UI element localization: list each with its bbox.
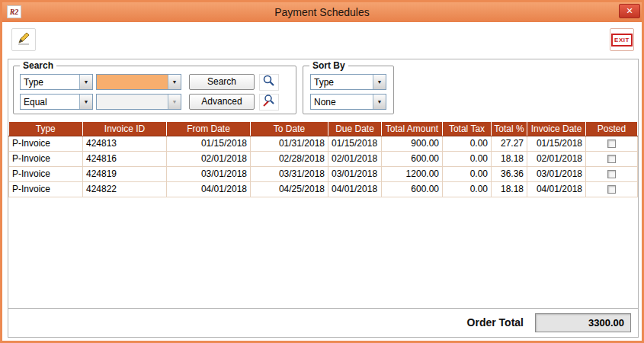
search-value-text <box>97 75 168 89</box>
cell-total-percent: 18.18 <box>492 181 527 197</box>
advanced-find-button[interactable] <box>259 94 279 111</box>
posted-checkbox[interactable] <box>607 155 616 163</box>
dropdown-arrow-icon: ▼ <box>79 75 92 89</box>
dropdown-arrow-icon: ▼ <box>373 95 386 109</box>
sortby-legend: Sort By <box>309 60 348 71</box>
table-row[interactable]: P-Invoice 424819 03/01/2018 03/31/2018 0… <box>9 166 638 181</box>
col-header-total-amount: Total Amount <box>382 122 443 136</box>
cell-due-date: 02/01/2018 <box>328 151 382 166</box>
advanced-button[interactable]: Advanced <box>189 94 255 110</box>
exit-icon: EXIT <box>611 34 633 46</box>
edit-button[interactable] <box>11 28 36 51</box>
cell-total-amount: 900.00 <box>382 136 443 151</box>
table-row[interactable]: P-Invoice 424816 02/01/2018 02/28/2018 0… <box>9 151 638 166</box>
posted-checkbox[interactable] <box>607 185 616 194</box>
dropdown-arrow-icon: ▼ <box>168 75 181 89</box>
posted-checkbox[interactable] <box>607 170 616 178</box>
col-header-invoice-date: Invoice Date <box>527 122 586 136</box>
search-legend: Search <box>20 60 56 71</box>
cell-posted <box>586 166 638 181</box>
col-header-due-date: Due Date <box>328 122 382 136</box>
pencil-icon <box>16 30 31 49</box>
cell-total-percent: 36.36 <box>492 166 527 181</box>
exit-button[interactable]: EXIT <box>610 28 634 51</box>
search-operator-value-text <box>97 95 168 109</box>
search-field-value: Type <box>21 75 79 89</box>
cell-type: P-Invoice <box>9 136 83 151</box>
cell-total-amount: 600.00 <box>382 151 443 166</box>
titlebar: R2 Payment Schedules ✕ <box>2 2 642 22</box>
cell-due-date: 01/15/2018 <box>328 136 382 151</box>
cell-invoice-id: 424813 <box>83 136 167 151</box>
footer: Order Total 3300.00 <box>8 308 638 337</box>
cell-posted <box>586 181 638 197</box>
cell-to-date: 02/28/2018 <box>251 151 328 166</box>
sortby-primary-value: Type <box>311 75 373 89</box>
payment-schedule-table: Type Invoice ID From Date To Date Due Da… <box>8 122 638 197</box>
find-button[interactable] <box>259 74 279 91</box>
cell-total-percent: 18.18 <box>492 151 527 166</box>
table-row[interactable]: P-Invoice 424822 04/01/2018 04/25/2018 0… <box>9 181 638 197</box>
cell-total-tax: 0.00 <box>443 151 492 166</box>
cell-from-date: 04/01/2018 <box>167 181 251 197</box>
magnifier-icon <box>262 74 276 91</box>
cell-from-date: 01/15/2018 <box>167 136 251 151</box>
window-title: Payment Schedules <box>2 2 642 22</box>
sortby-secondary-select[interactable]: None ▼ <box>310 94 386 110</box>
cell-total-percent: 27.27 <box>492 136 527 151</box>
sortby-groupbox: Sort By Type ▼ None ▼ <box>303 66 394 114</box>
cell-invoice-date: 03/01/2018 <box>527 166 586 181</box>
order-total-value: 3300.00 <box>535 313 631 332</box>
col-header-to-date: To Date <box>251 122 328 136</box>
order-total-label: Order Total <box>467 316 524 329</box>
col-header-invoice-id: Invoice ID <box>83 122 167 136</box>
payment-schedules-window: R2 Payment Schedules ✕ EXIT Search T <box>0 0 644 343</box>
col-header-posted: Posted <box>586 122 638 136</box>
cell-invoice-date: 02/01/2018 <box>527 151 586 166</box>
cell-to-date: 01/31/2018 <box>251 136 328 151</box>
close-icon: ✕ <box>626 6 633 15</box>
toolbar: EXIT <box>2 22 642 59</box>
cell-invoice-id: 424816 <box>83 151 167 166</box>
search-operator-select[interactable]: Equal ▼ <box>20 94 93 110</box>
table-header-row: Type Invoice ID From Date To Date Due Da… <box>9 122 638 136</box>
sortby-secondary-value: None <box>311 95 373 109</box>
search-button[interactable]: Search <box>189 74 255 90</box>
sortby-primary-select[interactable]: Type ▼ <box>310 74 386 90</box>
cell-type: P-Invoice <box>9 181 83 197</box>
cell-type: P-Invoice <box>9 166 83 181</box>
cell-from-date: 02/01/2018 <box>167 151 251 166</box>
cell-from-date: 03/01/2018 <box>167 166 251 181</box>
cell-total-tax: 0.00 <box>443 136 492 151</box>
cell-invoice-date: 04/01/2018 <box>527 181 586 197</box>
search-value-input[interactable]: ▼ <box>96 74 181 90</box>
cell-invoice-id: 424819 <box>83 166 167 181</box>
cell-total-tax: 0.00 <box>443 181 492 197</box>
cell-total-tax: 0.00 <box>443 166 492 181</box>
search-operator-value: Equal <box>21 95 79 109</box>
cell-invoice-id: 424822 <box>83 181 167 197</box>
search-field-select[interactable]: Type ▼ <box>20 74 93 90</box>
col-header-total-percent: Total % <box>492 122 527 136</box>
cell-to-date: 04/25/2018 <box>251 181 328 197</box>
dropdown-arrow-icon: ▼ <box>373 75 386 89</box>
cell-total-amount: 600.00 <box>382 181 443 197</box>
dropdown-arrow-icon: ▼ <box>79 95 92 109</box>
cell-type: P-Invoice <box>9 151 83 166</box>
posted-checkbox[interactable] <box>607 139 616 148</box>
dropdown-arrow-icon: ▼ <box>168 95 181 109</box>
cell-due-date: 03/01/2018 <box>328 166 382 181</box>
cell-posted <box>586 151 638 166</box>
table-row[interactable]: P-Invoice 424813 01/15/2018 01/31/2018 0… <box>9 136 638 151</box>
search-groupbox: Search Type ▼ ▼ Search Equal <box>13 66 296 114</box>
cell-posted <box>586 136 638 151</box>
cell-invoice-date: 01/15/2018 <box>527 136 586 151</box>
col-header-type: Type <box>9 122 83 136</box>
search-operator-value-input: ▼ <box>96 94 181 110</box>
close-button[interactable]: ✕ <box>619 4 640 18</box>
col-header-from-date: From Date <box>167 122 251 136</box>
main-panel: Search Type ▼ ▼ Search Equal <box>8 59 639 338</box>
cell-due-date: 04/01/2018 <box>328 181 382 197</box>
col-header-total-tax: Total Tax <box>443 122 492 136</box>
cell-total-amount: 1200.00 <box>382 166 443 181</box>
